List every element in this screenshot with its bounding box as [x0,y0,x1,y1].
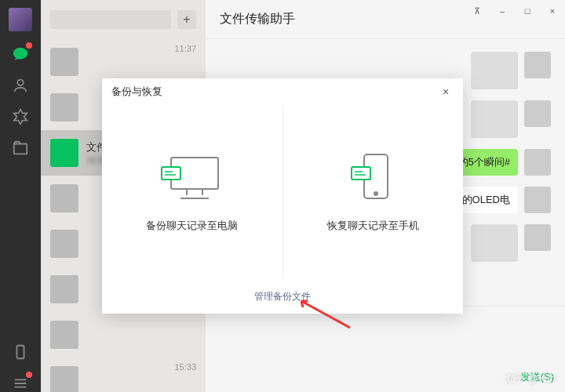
phone-restore-icon [337,151,408,205]
restore-option-label: 恢复聊天记录至手机 [327,219,419,233]
svg-rect-4 [162,167,180,180]
modal-backdrop: 备份与恢复 × 备份聊天记录至电脑 [0,0,565,392]
backup-to-computer-option[interactable]: 备份聊天记录至电脑 [102,105,283,279]
restore-to-phone-option[interactable]: 恢复聊天记录至手机 [283,105,464,279]
modal-close-button[interactable]: × [438,84,454,100]
backup-restore-modal: 备份与恢复 × 备份聊天记录至电脑 [102,78,463,314]
backup-option-label: 备份聊天记录至电脑 [146,219,238,233]
computer-icon [157,151,228,205]
svg-point-6 [374,192,377,195]
svg-rect-7 [352,167,370,180]
modal-title: 备份与恢复 [111,85,162,99]
modal-header: 备份与恢复 × [102,78,463,105]
manage-backup-link[interactable]: 管理备份文件 [254,290,311,303]
